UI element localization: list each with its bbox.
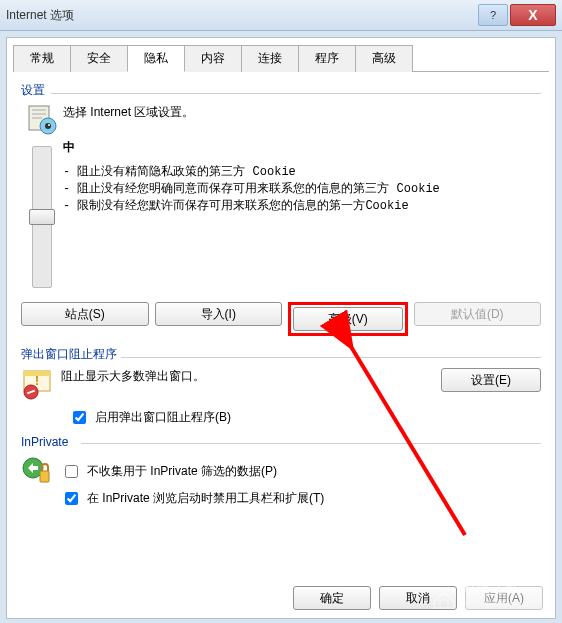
default-button: 默认值(D) xyxy=(414,302,542,326)
tab-connections[interactable]: 连接 xyxy=(241,45,299,72)
help-button[interactable]: ? xyxy=(478,4,508,26)
tab-programs[interactable]: 程序 xyxy=(298,45,356,72)
window-title: Internet 选项 xyxy=(6,7,476,24)
inprivate-section: InPrivate 不收集用于 InPrivate 筛选的数据(P) xyxy=(21,435,541,516)
divider xyxy=(51,93,541,94)
svg-text:!: ! xyxy=(35,374,39,388)
svg-rect-3 xyxy=(32,117,42,119)
bullet-2: - 阻止没有经您明确同意而保存可用来联系您的信息的第三方 Cookie xyxy=(63,181,541,198)
tab-content-area: 设置 选择 Internet 区域设置。 中 xyxy=(7,72,555,532)
svg-rect-1 xyxy=(32,109,46,111)
popup-blocker-label: 弹出窗口阻止程序 xyxy=(21,346,541,363)
popup-blocker-icon: ! xyxy=(21,368,53,400)
title-bar: Internet 选项 ? X xyxy=(0,0,562,31)
privacy-bullet-list: - 阻止没有精简隐私政策的第三方 Cookie - 阻止没有经您明确同意而保存可… xyxy=(63,164,541,214)
svg-rect-2 xyxy=(32,113,46,115)
slider-thumb[interactable] xyxy=(29,209,55,225)
dialog-footer: 确定 取消 应用(A) xyxy=(293,586,543,610)
tab-advanced[interactable]: 高级 xyxy=(355,45,413,72)
inprivate-icon xyxy=(21,454,53,486)
inprivate-nocollect-label: 不收集用于 InPrivate 筛选的数据(P) xyxy=(87,463,277,480)
enable-popup-blocker-label: 启用弹出窗口阻止程序(B) xyxy=(95,409,231,426)
sites-button[interactable]: 站点(S) xyxy=(21,302,149,326)
inprivate-label: InPrivate xyxy=(21,435,541,449)
advanced-button[interactable]: 高级(V) xyxy=(293,307,403,331)
inprivate-nocollect-checkbox[interactable] xyxy=(65,465,78,478)
bullet-1: - 阻止没有精简隐私政策的第三方 Cookie xyxy=(63,164,541,181)
tab-content[interactable]: 内容 xyxy=(184,45,242,72)
popup-blocker-section: 弹出窗口阻止程序 ! 阻止显示大多数弹出窗口。 设置(E) 启用弹出窗口阻止程序… xyxy=(21,346,541,427)
tab-privacy[interactable]: 隐私 xyxy=(127,45,185,72)
popup-desc: 阻止显示大多数弹出窗口。 xyxy=(61,368,433,385)
apply-button[interactable]: 应用(A) xyxy=(465,586,543,610)
icon-column xyxy=(21,104,63,288)
settings-description: 选择 Internet 区域设置。 xyxy=(63,104,541,121)
import-button[interactable]: 导入(I) xyxy=(155,302,283,326)
cancel-button[interactable]: 取消 xyxy=(379,586,457,610)
tab-general[interactable]: 常规 xyxy=(13,45,71,72)
button-row: 站点(S) 导入(I) 高级(V) 默认值(D) xyxy=(21,302,541,336)
highlight-box: 高级(V) xyxy=(288,302,408,336)
popup-settings-button[interactable]: 设置(E) xyxy=(441,368,541,392)
settings-text: 选择 Internet 区域设置。 中 - 阻止没有精简隐私政策的第三方 Coo… xyxy=(63,104,541,288)
inprivate-disable-toolbars-checkbox[interactable] xyxy=(65,492,78,505)
settings-group-label: 设置 xyxy=(21,82,541,99)
divider xyxy=(81,443,541,444)
settings-row: 选择 Internet 区域设置。 中 - 阻止没有精简隐私政策的第三方 Coo… xyxy=(21,104,541,288)
bullet-3: - 限制没有经您默许而保存可用来联系您的信息的第一方Cookie xyxy=(63,198,541,215)
globe-privacy-icon xyxy=(26,104,58,136)
enable-popup-blocker-checkbox[interactable] xyxy=(73,411,86,424)
tab-security[interactable]: 安全 xyxy=(70,45,128,72)
tab-strip: 常规 安全 隐私 内容 连接 程序 高级 xyxy=(13,44,549,72)
svg-rect-13 xyxy=(40,471,49,482)
inprivate-disable-toolbars-label: 在 InPrivate 浏览启动时禁用工具栏和扩展(T) xyxy=(87,490,324,507)
divider xyxy=(121,357,541,358)
privacy-level-name: 中 xyxy=(63,139,541,156)
close-button[interactable]: X xyxy=(510,4,556,26)
dialog-body: 常规 安全 隐私 内容 连接 程序 高级 设置 xyxy=(6,37,556,619)
svg-point-6 xyxy=(48,124,50,126)
svg-point-5 xyxy=(45,123,51,129)
privacy-slider[interactable] xyxy=(32,146,52,288)
ok-button[interactable]: 确定 xyxy=(293,586,371,610)
